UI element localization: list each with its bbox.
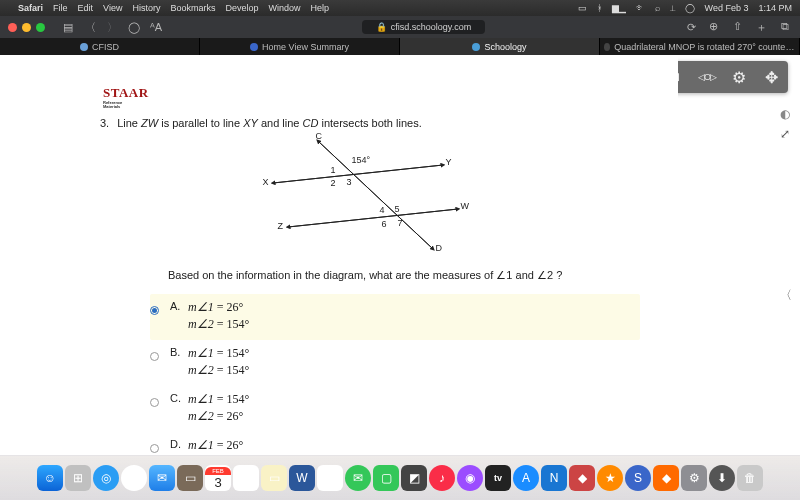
dock-chrome[interactable]: ◉ [121, 465, 147, 491]
new-tab-icon[interactable]: ＋ [754, 20, 768, 35]
dock-photos[interactable]: ✿ [317, 465, 343, 491]
menubar-item[interactable]: Window [268, 3, 300, 13]
menubar-item[interactable]: Edit [78, 3, 94, 13]
answer-line1: m∠1 = 154° [188, 392, 640, 407]
figure-label-z: Z [278, 221, 284, 231]
reload-icon[interactable]: ⟳ [684, 21, 698, 34]
dock-notes[interactable]: ▭ [261, 465, 287, 491]
menubar-app[interactable]: Safari [18, 3, 43, 13]
question-block: 3. Line ZW is parallel to line XY and li… [100, 117, 640, 455]
move-icon[interactable]: ✥ [760, 68, 782, 87]
favicon [250, 43, 258, 51]
figure-angle-7: 7 [398, 218, 403, 228]
dock-messages[interactable]: ✉ [345, 465, 371, 491]
share-icon[interactable]: ⇧ [730, 20, 744, 35]
favicon [604, 43, 610, 51]
menubar-item[interactable]: Develop [225, 3, 258, 13]
answer-d[interactable]: D. m∠1 = 26° m∠2 = 26° [150, 432, 640, 455]
macos-menubar: Safari File Edit View History Bookmarks … [0, 0, 800, 16]
dock-nb[interactable]: ◆ [569, 465, 595, 491]
control-center-icon[interactable]: ⟂ [670, 3, 675, 13]
radio-button[interactable] [150, 444, 159, 453]
dock-settings[interactable]: ⚙ [681, 465, 707, 491]
menubar-item[interactable]: View [103, 3, 122, 13]
svg-line-3 [288, 209, 458, 227]
favicon [472, 43, 480, 51]
figure-angle-1: 1 [331, 165, 336, 175]
figure-angle-2: 2 [331, 178, 336, 188]
dock-trash[interactable]: 🗑 [737, 465, 763, 491]
battery-icon[interactable]: ▆▁ [612, 3, 626, 13]
dock-screenshot[interactable]: ◩ [401, 465, 427, 491]
shield-icon[interactable]: ◯ [127, 21, 141, 34]
info-icon[interactable]: ◐ [774, 107, 796, 121]
search-icon[interactable]: ⌕ [655, 3, 660, 13]
forward-icon[interactable]: 〉 [105, 20, 119, 35]
video-icon[interactable]: ▭ [578, 3, 587, 13]
page-content: POSSI › ☝ ▶ ❚❚ ■ ◁O▷ ⚙ ✥ STAAR Reference… [0, 55, 800, 455]
favicon [80, 43, 88, 51]
dock-star[interactable]: ★ [597, 465, 623, 491]
close-window[interactable] [8, 23, 17, 32]
menubar-item[interactable]: Help [310, 3, 329, 13]
answer-label: D. [170, 438, 181, 450]
dock-safari[interactable]: ◎ [93, 465, 119, 491]
clock-time[interactable]: 1:14 PM [758, 3, 792, 13]
dock-swift[interactable]: ◆ [653, 465, 679, 491]
address-bar[interactable]: 🔒 cfisd.schoology.com [171, 20, 676, 34]
text-size-icon[interactable]: ᴬA [149, 21, 163, 34]
menubar-item[interactable]: History [132, 3, 160, 13]
dock-reminders[interactable]: ≣ [233, 465, 259, 491]
gear-icon[interactable]: ⚙ [728, 68, 750, 87]
siri-icon[interactable]: ◯ [685, 3, 695, 13]
tab-home-view[interactable]: Home View Summary [200, 38, 400, 55]
answer-line1: m∠1 = 26° [188, 438, 640, 453]
tab-cfisd[interactable]: CFISD [0, 38, 200, 55]
bluetooth-icon[interactable]: ᚼ [597, 3, 602, 13]
figure-label-y: Y [446, 157, 452, 167]
figure-angle-6: 6 [382, 219, 387, 229]
radio-button[interactable] [150, 352, 159, 361]
maximize-window[interactable] [36, 23, 45, 32]
expand-icon[interactable]: ⤢ [774, 127, 796, 141]
dock-finder[interactable]: ☺ [37, 465, 63, 491]
dock-podcasts[interactable]: ◉ [457, 465, 483, 491]
dock-schoology[interactable]: S [625, 465, 651, 491]
answer-label: B. [170, 346, 180, 358]
staar-logo[interactable]: STAAR Reference Materials [103, 85, 149, 109]
tabs-icon[interactable]: ⧉ [778, 20, 792, 35]
dock-launchpad[interactable]: ⊞ [65, 465, 91, 491]
wifi-icon[interactable]: ᯤ [636, 3, 645, 13]
dock-word[interactable]: W [289, 465, 315, 491]
dock-contacts[interactable]: ▭ [177, 465, 203, 491]
dock-nearpod[interactable]: N [541, 465, 567, 491]
answer-b[interactable]: B. m∠1 = 154° m∠2 = 154° [150, 340, 640, 386]
download-icon[interactable]: ⊕ [706, 20, 720, 35]
minimize-window[interactable] [22, 23, 31, 32]
figure-angle-label: 154° [352, 155, 371, 165]
radio-button[interactable] [150, 398, 159, 407]
dock-tv[interactable]: tv [485, 465, 511, 491]
svg-line-1 [273, 165, 443, 183]
dock-downloads[interactable]: ⬇ [709, 465, 735, 491]
tab-quadrilateral[interactable]: Quadrilateral MNOP is rotated 270° count… [600, 38, 800, 55]
dock-music[interactable]: ♪ [429, 465, 455, 491]
sidebar-icon[interactable]: ▤ [61, 21, 75, 34]
back-icon[interactable]: 〈 [83, 20, 97, 35]
figure-svg [258, 135, 483, 253]
radio-button[interactable] [150, 306, 159, 315]
answer-c[interactable]: C. m∠1 = 154° m∠2 = 26° [150, 386, 640, 432]
dock-mail[interactable]: ✉ [149, 465, 175, 491]
clock-date[interactable]: Wed Feb 3 [705, 3, 749, 13]
svg-line-5 [318, 141, 433, 249]
window-controls [8, 23, 45, 32]
dock-facetime[interactable]: ▢ [373, 465, 399, 491]
answer-a[interactable]: A. m∠1 = 26° m∠2 = 154° [150, 294, 640, 340]
dock-calendar[interactable]: FEB3 [205, 465, 231, 491]
collapse-icon[interactable]: 〈 [780, 287, 792, 304]
tab-schoology[interactable]: Schoology [400, 38, 600, 55]
speed-icon[interactable]: ◁O▷ [696, 72, 718, 82]
dock-appstore[interactable]: A [513, 465, 539, 491]
menubar-item[interactable]: Bookmarks [170, 3, 215, 13]
menubar-item[interactable]: File [53, 3, 68, 13]
